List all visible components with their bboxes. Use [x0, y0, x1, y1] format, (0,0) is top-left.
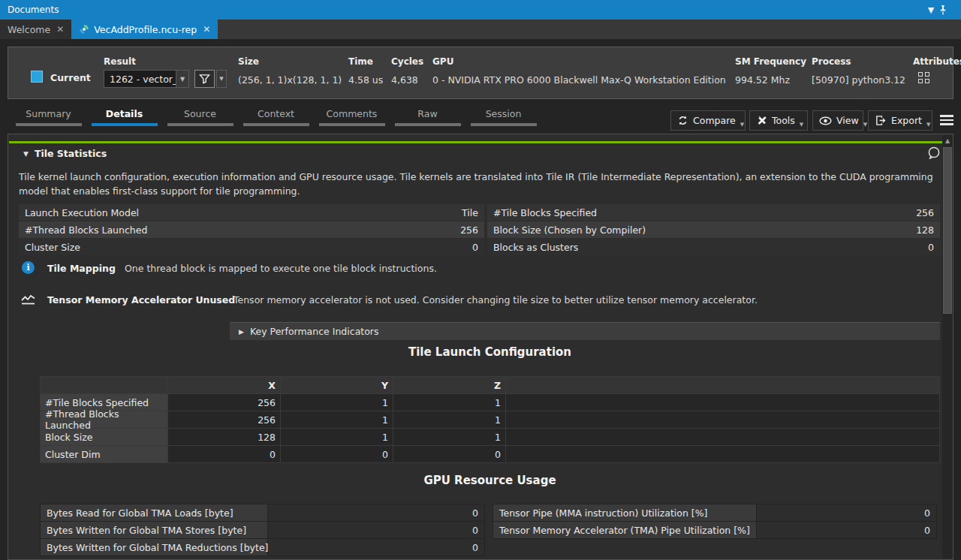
tab-welcome-label: Welcome — [8, 24, 50, 35]
row-label: Cluster Dim — [41, 446, 167, 462]
section-accent-line — [9, 141, 943, 143]
time-column-label: Time — [348, 56, 373, 67]
stats-table-right: #Tile Blocks Specified 256 Block Size (C… — [487, 204, 940, 255]
notice-title: Tile Mapping — [47, 263, 116, 274]
collapse-triangle-icon[interactable]: ▼ — [23, 150, 29, 158]
filter-button[interactable] — [194, 70, 215, 88]
tab-details[interactable]: Details — [86, 105, 162, 126]
key-performance-indicators-bar[interactable]: ▶ Key Performance Indicators — [230, 322, 940, 340]
tab-session[interactable]: Session — [465, 105, 541, 126]
filter-dropdown-button[interactable]: ▼ — [216, 70, 227, 88]
process-column-label: Process — [812, 56, 851, 67]
time-value: 4.58 us — [348, 74, 383, 86]
line-chart-icon — [20, 293, 36, 306]
page-nav-row: Summary Details Source Context Comments … — [0, 105, 961, 132]
chevron-down-icon: ▼ — [926, 122, 930, 130]
compare-button[interactable]: Compare ▼ — [670, 110, 746, 131]
window-title: Documents — [8, 5, 59, 15]
tab-context[interactable]: Context — [238, 105, 314, 126]
compare-label: Compare — [693, 115, 736, 126]
ncu-report-icon — [79, 24, 89, 35]
table-row: Blocks as Clusters 0 — [487, 239, 940, 255]
attributes-column-label: Attributes — [913, 56, 961, 67]
notice-text: One thread block is mapped to execute on… — [125, 263, 437, 274]
tools-label: Tools — [772, 115, 795, 126]
chevron-down-icon[interactable]: ▼ — [923, 5, 938, 15]
compare-icon — [677, 115, 688, 126]
comment-bubble-icon[interactable] — [927, 146, 941, 159]
cycles-column-label: Cycles — [391, 56, 423, 67]
gpu-resource-usage-title: GPU Resource Usage — [40, 474, 940, 487]
column-header-z: Z — [393, 377, 505, 393]
stats-table-left: Launch Execution Model Tile #Thread Bloc… — [19, 204, 484, 255]
cycles-value: 4,638 — [391, 74, 418, 86]
nsight-compute-window: Documents ▼ Welcome ✕ VecAddProfile.ncu-… — [0, 0, 961, 560]
result-dropdown[interactable]: 1262 - vector_ ▼ — [104, 70, 189, 88]
pin-icon[interactable] — [938, 5, 953, 15]
tools-icon — [756, 115, 767, 126]
tab-summary[interactable]: Summary — [11, 105, 86, 126]
section-title: Tile Statistics — [35, 148, 107, 159]
chevron-down-icon: ▼ — [863, 122, 867, 130]
gpu-value: 0 - NVIDIA RTX PRO 6000 Blackwell Max-Q … — [432, 74, 726, 86]
document-tabbar: Welcome ✕ VecAddProfile.ncu-rep ✕ — [0, 20, 961, 39]
chevron-down-icon: ▼ — [740, 122, 744, 130]
menu-button[interactable] — [940, 112, 958, 128]
row-label: #Thread Blocks Launched — [41, 411, 167, 428]
sm-frequency-value: 994.52 Mhz — [735, 74, 790, 86]
expand-triangle-icon[interactable]: ▶ — [239, 328, 244, 336]
page-tabs: Summary Details Source Context Comments … — [11, 105, 541, 126]
current-result-checkbox[interactable] — [31, 71, 43, 83]
tab-welcome[interactable]: Welcome ✕ — [0, 20, 71, 39]
tab-raw[interactable]: Raw — [390, 105, 465, 126]
attributes-grid-icon[interactable] — [918, 72, 929, 83]
result-dropdown-value: 1262 - vector_ — [104, 74, 176, 85]
tab-comments[interactable]: Comments — [314, 105, 390, 126]
table-row: Block Size (Chosen by Compiler) 128 — [487, 221, 940, 238]
tools-button[interactable]: Tools ▼ — [749, 110, 808, 131]
eye-icon — [819, 116, 832, 125]
column-header-y: Y — [281, 377, 393, 393]
view-label: View — [836, 115, 859, 126]
vertical-scrollbar[interactable]: ▲ — [942, 135, 953, 558]
process-value: [50970] python3.12 — [812, 74, 905, 86]
tile-launch-configuration-table: X Y Z #Tile Blocks Specified 256 1 1 #Th… — [40, 376, 940, 463]
result-header-panel: Current Result 1262 - vector_ ▼ ▼ Size (… — [8, 47, 953, 99]
export-button[interactable]: Export ▼ — [868, 110, 932, 131]
table-row: Launch Execution Model Tile — [19, 204, 484, 221]
kpi-label: Key Performance Indicators — [250, 326, 379, 337]
tab-source[interactable]: Source — [162, 105, 238, 126]
tile-launch-configuration-title: Tile Launch Configuration — [40, 345, 940, 359]
info-icon: i — [22, 261, 35, 274]
sm-frequency-column-label: SM Frequency — [735, 56, 806, 67]
export-label: Export — [891, 115, 922, 126]
close-icon[interactable]: ✕ — [203, 24, 210, 35]
tab-document[interactable]: VecAddProfile.ncu-rep ✕ — [71, 20, 218, 39]
export-icon — [875, 115, 887, 126]
report-body: ▼ Tile Statistics Tile kernel launch con… — [8, 134, 953, 560]
window-titlebar: Documents ▼ — [0, 0, 961, 20]
view-button[interactable]: View ▼ — [812, 110, 863, 131]
scroll-up-arrow-icon[interactable]: ▲ — [942, 135, 953, 146]
chevron-down-icon: ▼ — [800, 122, 803, 130]
funnel-icon — [199, 74, 210, 84]
tile-statistics-section-header[interactable]: ▼ Tile Statistics — [23, 148, 107, 159]
tabbar-empty-area — [218, 20, 961, 39]
current-label: Current — [50, 72, 91, 83]
table-row: #Tile Blocks Specified 256 — [487, 204, 940, 221]
chevron-down-icon[interactable]: ▼ — [176, 71, 188, 87]
gpu-column-label: GPU — [432, 56, 453, 67]
row-label: Block Size — [41, 429, 167, 445]
size-column-label: Size — [238, 56, 259, 67]
notice-title: Tensor Memory Accelerator Unused — [47, 294, 235, 306]
column-header-x: X — [168, 377, 280, 393]
size-value: (256, 1, 1)x(128, 1, 1) — [238, 74, 342, 86]
tab-document-label: VecAddProfile.ncu-rep — [94, 24, 197, 35]
notice-text: Tensor memory accelerator is not used. C… — [233, 294, 758, 306]
close-icon[interactable]: ✕ — [56, 24, 64, 35]
gpu-usage-table-left: Bytes Read for Global TMA Loads [byte] 0… — [40, 504, 485, 556]
scrollbar-thumb[interactable] — [943, 147, 952, 314]
gpu-usage-table-right: Tensor Pipe (MMA instruction) Utilizatio… — [493, 504, 937, 539]
table-row: Cluster Size 0 — [19, 239, 484, 255]
section-description: Tile kernel launch configuration, execut… — [19, 170, 939, 199]
